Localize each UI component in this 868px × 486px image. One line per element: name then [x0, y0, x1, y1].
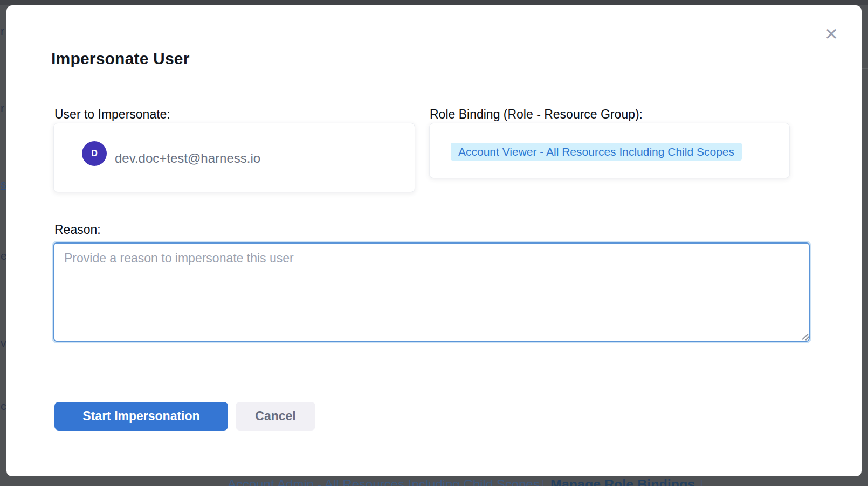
user-avatar: D	[82, 141, 107, 166]
background-separator: |	[700, 477, 703, 486]
role-binding-tag: Account Viewer - All Resources Including…	[451, 143, 742, 161]
background-manage-role-bindings-link: Manage Role Bindings	[550, 477, 695, 486]
impersonate-user-dialog: ✕ Impersonate User User to Impersonate: …	[6, 5, 862, 476]
dialog-title: Impersonate User	[51, 50, 190, 68]
background-separator: |	[541, 477, 545, 486]
background-text-fragment: r	[1, 25, 4, 38]
background-divider	[862, 68, 868, 69]
backdrop-top-strip	[0, 0, 868, 5]
background-table-row: Account Admin - All Resources Including …	[0, 476, 868, 486]
background-divider	[0, 298, 6, 298]
reason-textarea[interactable]	[53, 242, 810, 342]
user-card: D dev.doc+test@harness.io	[53, 123, 415, 192]
role-binding-label: Role Binding (Role - Resource Group):	[430, 107, 643, 122]
cancel-button[interactable]: Cancel	[236, 402, 315, 431]
start-impersonation-button[interactable]: Start Impersonation	[54, 402, 228, 431]
background-text-fragment: s	[1, 178, 6, 191]
background-role-binding-link: Account Admin - All Resources Including …	[228, 477, 540, 486]
screen: r r s ev ve ct Account Admin - All Resou…	[0, 0, 868, 486]
close-icon[interactable]: ✕	[822, 25, 841, 44]
role-binding-card: Account Viewer - All Resources Including…	[429, 123, 790, 178]
background-divider	[0, 371, 6, 371]
avatar-initial: D	[91, 149, 98, 158]
background-divider	[0, 147, 6, 147]
background-text-fragment: r	[1, 102, 4, 115]
resize-handle-icon[interactable]	[801, 331, 809, 340]
background-divider	[862, 443, 868, 443]
user-to-impersonate-label: User to Impersonate:	[54, 107, 170, 122]
reason-label: Reason:	[54, 223, 101, 237]
user-email: dev.doc+test@harness.io	[115, 123, 260, 193]
